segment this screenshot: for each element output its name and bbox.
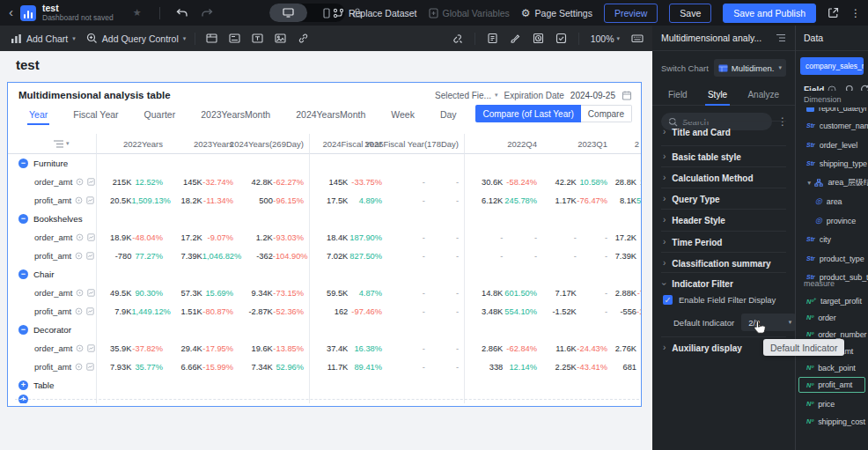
mini-chart-icon[interactable] [87,178,95,186]
refresh-fields-icon[interactable] [860,85,868,94]
more-menu-icon[interactable]: ⋮ [850,7,861,19]
chart-card[interactable]: Multidimensional analysis table Selected… [7,82,642,407]
keyboard-icon[interactable] [631,33,644,44]
expiration-date[interactable]: 2024-09-25 [570,91,615,100]
field-item-province[interactable]: ◎province [796,212,868,229]
search-fields-icon[interactable] [845,85,855,94]
favorite-star-icon[interactable]: ★ [133,7,142,18]
drill-icon[interactable] [76,289,84,297]
compare-last-year-button[interactable]: Compare (of Last Year) [475,105,580,122]
card-tab-2024yearsmonth[interactable]: 2024YearsMonth [296,109,365,120]
zoom-level-dropdown[interactable]: 100%▾ [591,33,620,44]
checkbox-icon[interactable] [555,33,567,44]
mini-chart-icon[interactable] [86,363,94,371]
field-item-price[interactable]: Nºprice [796,395,868,412]
default-indicator-dropdown[interactable]: 2/2▾ [741,314,796,331]
card-component-icon[interactable] [229,33,240,44]
field-item-product_type[interactable]: Strproduct_type [796,250,868,267]
mini-chart-icon[interactable] [86,307,94,315]
global-variables-button[interactable]: Global Variables [429,8,510,18]
replace-dataset-button[interactable]: Replace Dataset [333,8,417,18]
back-icon[interactable]: ‹ [0,4,20,21]
card-tab-week[interactable]: Week [391,109,415,120]
column-header[interactable]: 2025Fiscal Year(178Day) [387,134,465,154]
mini-chart-icon[interactable] [86,196,94,204]
format-brush-icon[interactable] [510,33,521,44]
row-dimension-icon[interactable] [54,140,63,148]
config-section-classification-summary[interactable]: ›Classification summary [663,259,771,269]
collapse-icon[interactable]: − [18,214,28,224]
field-item-area_层级结构[interactable]: ▼area_层级结构 [796,174,868,191]
field-item-shipping_cost[interactable]: Nºshipping_cost [796,413,868,430]
mini-chart-icon[interactable] [87,233,95,241]
field-item-order[interactable]: Nºorder [796,309,868,326]
drill-icon[interactable] [75,307,83,315]
drill-icon[interactable] [76,233,84,241]
mini-chart-icon[interactable] [87,289,95,297]
chevron-down-icon[interactable]: ▼ [806,180,812,186]
drill-icon[interactable] [75,252,83,260]
field-item-shipping_type[interactable]: Strshipping_type [796,155,868,172]
card-tab-day[interactable]: Day [440,109,457,120]
preview-button[interactable]: Preview [604,4,658,23]
config-section-calculation-method[interactable]: ›Calculation Method [663,173,754,183]
card-tab-2023yearsmonth[interactable]: 2023YearsMonth [201,109,270,120]
column-header[interactable]: 2023Years [168,134,239,154]
config-section-indicator-filter[interactable]: ›Indicator Filter [663,279,733,289]
save-button[interactable]: Save [669,4,711,23]
redo-icon[interactable] [202,8,213,18]
page-settings-button[interactable]: ⚙ Page Settings [521,8,592,18]
desktop-icon[interactable] [269,4,307,22]
column-header[interactable]: 2022Q4 [465,134,542,154]
text-component-icon[interactable] [252,33,263,44]
column-header[interactable]: 2022Years [97,134,168,154]
note-icon[interactable] [487,33,498,44]
drill-icon[interactable] [76,344,84,352]
collapse-icon[interactable]: − [18,325,28,335]
field-item-city[interactable]: Strcity [796,231,868,247]
column-header[interactable]: 2023Q1 [542,134,613,154]
undo-icon[interactable] [176,8,188,18]
card-tab-fiscal-year[interactable]: Fiscal Year [73,109,118,120]
card-tab-quarter[interactable]: Quarter [144,109,176,120]
mini-chart-icon[interactable] [87,344,95,352]
hyperlink-icon[interactable] [452,33,463,44]
field-filter-checkbox[interactable]: ✓ [663,295,673,305]
drill-icon[interactable] [75,363,83,371]
config-section-basic-table-style[interactable]: ›Basic table style [663,152,741,162]
config-section-title-and-card[interactable]: ›Title and Card [663,128,731,137]
column-header[interactable]: 2024Years(269Day) [239,134,310,154]
link-component-icon[interactable] [298,33,309,44]
share-export-icon[interactable] [828,7,839,18]
tab-component-icon[interactable] [206,33,217,44]
field-item-profit_amt[interactable]: Nºprofit_amt [798,377,865,393]
field-item-report_date(yr[interactable]: report_date(yr [796,100,868,116]
dataset-selector[interactable]: company_sales_r... [800,57,864,75]
config-section-time-period[interactable]: ›Time Period [663,238,722,247]
drill-icon[interactable] [76,178,84,186]
field-item-target_profit[interactable]: Nº+target_profit [796,292,868,309]
dashboard-canvas[interactable]: test Multidimensional analysis table Sel… [0,51,652,450]
drill-icon[interactable] [75,196,83,204]
calendar-icon[interactable] [622,90,632,100]
collapse-icon[interactable]: − [18,269,28,279]
field-item-area[interactable]: ◎area [796,193,868,210]
add-chart-button[interactable]: Add Chart▾ [11,33,76,44]
add-query-control-button[interactable]: Add Query Control▾ [86,33,186,44]
field-item-order_level[interactable]: Strorder_level [796,136,868,153]
config-section-auxiliary-display[interactable]: ›Auxiliary display [663,343,742,353]
save-publish-button[interactable]: Save and Publish [723,4,816,23]
selected-fields-dropdown[interactable]: Selected Fie...▾ [435,91,497,100]
column-header[interactable]: 2 [613,134,642,154]
expand-icon[interactable]: + [18,380,28,390]
card-tab-year[interactable]: Year [29,109,48,120]
field-item-back_point[interactable]: Nºback_point [796,359,868,376]
field-item-product_sub_ty[interactable]: Strproduct_sub_ty [796,269,868,285]
config-section-query-type[interactable]: ›Query Type [663,195,720,204]
mini-chart-icon[interactable] [86,252,94,260]
field-item-customer_name[interactable]: Strcustomer_name [796,117,868,134]
collapse-icon[interactable]: − [18,159,28,168]
compare-button[interactable]: Compare [581,105,632,122]
history-icon[interactable] [533,33,544,44]
image-component-icon[interactable] [275,33,286,44]
